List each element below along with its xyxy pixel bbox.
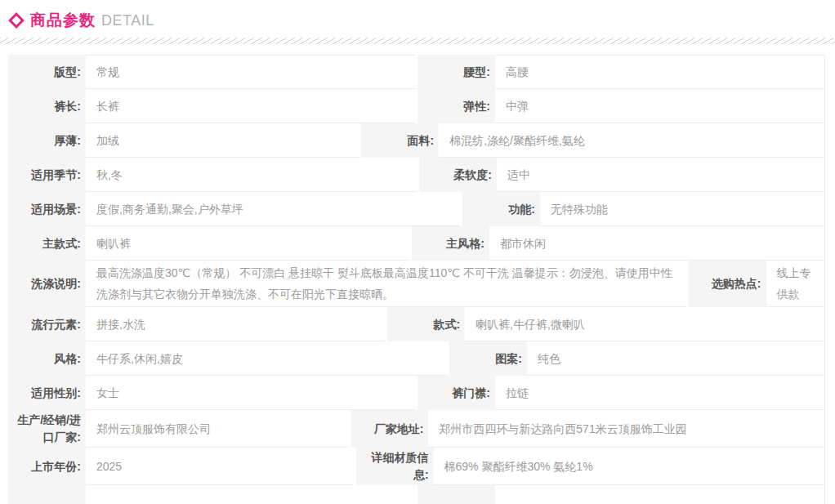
param-label-left: 适用季节: <box>8 158 86 192</box>
page-title-cn: 商品参数 <box>30 10 96 31</box>
param-label-left: 流行元素: <box>8 307 86 341</box>
param-label-left: 适用性别: <box>8 376 86 410</box>
param-row: 版型: 常规 腰型: 高腰 <box>8 55 825 89</box>
param-row <box>8 485 825 504</box>
param-label-left <box>8 485 86 504</box>
param-row: 上市年份: 2025 详细材质信息: 棉69% 聚酯纤维30% 氨纶1% <box>8 448 825 485</box>
param-label-right: 主风格: <box>409 226 489 261</box>
page-title-en: DETAIL <box>101 12 154 29</box>
param-row: 主款式: 喇叭裤 主风格: 都市休闲 <box>8 226 825 261</box>
diamond-icon <box>8 12 25 29</box>
param-value-left: 秋,冬 <box>86 158 417 192</box>
param-value-right: 适中 <box>497 158 825 192</box>
param-value-right: 都市休闲 <box>489 226 825 261</box>
param-value-left: 最高洗涤温度30℃（常规） 不可漂白 悬挂晾干 熨斗底板最高温度110℃ 不可干… <box>86 261 686 307</box>
param-label-right <box>415 485 495 504</box>
section-header: 商品参数 DETAIL <box>8 10 835 31</box>
param-row: 适用季节: 秋,冬 柔软度: 适中 <box>8 158 825 192</box>
param-label-right: 面料: <box>359 123 439 158</box>
param-label-right: 图案: <box>447 341 527 376</box>
param-value-left: 牛仔系,休闲,嬉皮 <box>86 341 447 376</box>
param-label-left: 适用场景: <box>8 192 86 226</box>
param-value-right: 高腰 <box>495 55 825 89</box>
param-row: 厚薄: 加绒 面料: 棉混纺,涤纶/聚酯纤维,氨纶 <box>8 123 825 158</box>
param-row: 流行元素: 拼接,水洗 款式: 喇叭裤,牛仔裤,微喇叭 <box>8 307 825 341</box>
param-row: 风格: 牛仔系,休闲,嬉皮 图案: 纯色 <box>8 341 825 376</box>
param-value-left: 2025 <box>86 448 354 485</box>
param-value-left: 拼接,水洗 <box>86 307 385 341</box>
param-value-right <box>495 485 825 504</box>
param-value-right: 拉链 <box>495 376 825 410</box>
param-label-left: 厚薄: <box>8 123 86 158</box>
param-label-left: 版型: <box>8 55 86 89</box>
param-value-left: 长裤 <box>86 89 415 123</box>
param-value-right: 郑州市西四环与新达路向西571米云顶服饰工业园 <box>428 410 825 448</box>
param-label-left: 洗涤说明: <box>8 261 86 307</box>
param-value-right: 棉混纺,涤纶/聚酯纤维,氨纶 <box>439 123 825 158</box>
param-row: 适用性别: 女士 裤门襟: 拉链 <box>8 376 825 410</box>
param-value-right: 无特殊功能 <box>540 192 825 226</box>
param-value-right: 中弹 <box>495 89 825 123</box>
hatched-divider <box>0 38 835 44</box>
param-value-left: 喇叭裤 <box>86 226 409 261</box>
param-row: 生产/经销/进口厂家: 郑州云顶服饰有限公司 厂家地址: 郑州市西四环与新达路向… <box>8 410 825 448</box>
param-label-right: 弹性: <box>415 89 495 123</box>
param-row: 裤长: 长裤 弹性: 中弹 <box>8 89 825 123</box>
param-label-right: 功能: <box>460 192 540 226</box>
param-row: 洗涤说明: 最高洗涤温度30℃（常规） 不可漂白 悬挂晾干 熨斗底板最高温度11… <box>8 261 825 307</box>
param-label-left: 上市年份: <box>8 448 86 485</box>
param-value-right: 喇叭裤,牛仔裤,微喇叭 <box>465 307 825 341</box>
param-label-left: 主款式: <box>8 226 86 261</box>
param-label-right: 柔软度: <box>417 158 497 192</box>
param-value-right: 棉69% 聚酯纤维30% 氨纶1% <box>434 448 825 485</box>
param-value-left: 女士 <box>86 376 415 410</box>
param-label-right: 选购热点: <box>686 261 766 307</box>
param-label-right: 厂家地址: <box>348 410 428 448</box>
param-label-right: 腰型: <box>415 55 495 89</box>
param-label-right: 详细材质信息: <box>354 448 434 485</box>
param-label-left: 裤长: <box>8 89 86 123</box>
param-value-right: 纯色 <box>527 341 825 376</box>
param-value-left: 度假,商务通勤,聚会,户外草坪 <box>86 192 460 226</box>
param-row: 适用场景: 度假,商务通勤,聚会,户外草坪 功能: 无特殊功能 <box>8 192 825 226</box>
param-value-right: 线上专供款 <box>766 261 825 307</box>
param-value-left <box>86 485 415 504</box>
param-label-right: 款式: <box>385 307 465 341</box>
param-label-left: 风格: <box>8 341 86 376</box>
product-params-table: 版型: 常规 腰型: 高腰 裤长: 长裤 弹性: 中弹 厚薄: 加绒 面料: 棉… <box>8 55 825 504</box>
param-value-left: 郑州云顶服饰有限公司 <box>86 410 348 448</box>
param-label-left: 生产/经销/进口厂家: <box>8 410 86 448</box>
param-label-right: 裤门襟: <box>415 376 495 410</box>
param-value-left: 加绒 <box>86 123 359 158</box>
param-value-left: 常规 <box>86 55 415 89</box>
